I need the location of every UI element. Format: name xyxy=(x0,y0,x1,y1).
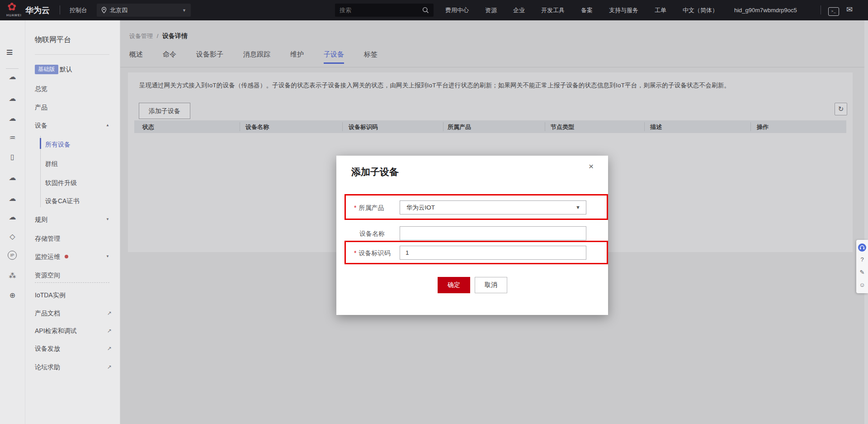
sidebar-item-firmware-upgrade[interactable]: 软固件升级 xyxy=(45,178,77,187)
cli-terminal-icon[interactable]: >_ xyxy=(828,6,839,16)
huawei-logo-icon[interactable]: ✿ xyxy=(7,1,16,13)
sidebar-item-device-ca-cert[interactable]: 设备CA证书 xyxy=(45,196,79,205)
device-icon[interactable]: ▯ xyxy=(0,152,25,161)
submenu-selected-bar xyxy=(40,138,41,149)
organization-icon[interactable]: ⁂ xyxy=(0,272,25,280)
tabs-divider xyxy=(120,67,868,67)
devices-collapse-icon[interactable]: ▲ xyxy=(106,121,109,130)
sidebar-item-resource-space[interactable]: 资源空间 xyxy=(35,271,60,280)
search-input[interactable] xyxy=(335,7,421,14)
menu-icp-filing[interactable]: 备案 xyxy=(581,0,593,20)
col-device-identifier: 设备标识码 xyxy=(349,123,378,131)
add-sub-device-button[interactable]: 添加子设备 xyxy=(139,103,190,119)
tab-device-shadow[interactable]: 设备影子 xyxy=(196,50,223,64)
menu-billing-center[interactable]: 费用中心 xyxy=(445,0,469,20)
feedback-icon[interactable]: ✎ xyxy=(856,269,868,276)
cloud-list-icon[interactable]: ☁ xyxy=(0,114,25,123)
support-icon[interactable] xyxy=(858,243,866,252)
required-mark: * xyxy=(354,249,356,257)
external-link-icon: ↗ xyxy=(107,362,112,372)
service-icon-rail: ≡ ☁ ☁ ☁ ♒ ▯ ☁ ☁ ☁ ◇ IP ⁂ ⊕ xyxy=(0,20,25,424)
topbar-divider xyxy=(60,5,60,14)
menu-resources[interactable]: 资源 xyxy=(485,0,497,20)
tab-sub-devices[interactable]: 子设备 xyxy=(324,50,344,64)
huawei-logo-caption: HUAWEI xyxy=(6,14,22,17)
monitor-expand-icon[interactable]: ▼ xyxy=(106,252,109,261)
column-separator xyxy=(545,122,545,131)
sidebar-item-api-explorer[interactable]: API检索和调试 xyxy=(35,326,77,335)
sidebar-item-product-docs[interactable]: 产品文档 xyxy=(35,309,60,318)
satisfaction-icon[interactable]: ☺ xyxy=(856,281,868,288)
console-link[interactable]: 控制台 xyxy=(70,0,87,20)
confirm-button[interactable]: 确定 xyxy=(438,277,470,293)
search-icon[interactable] xyxy=(422,7,429,15)
cloud-clock-icon[interactable]: ☁ xyxy=(0,213,25,221)
menu-ticket[interactable]: 工单 xyxy=(655,0,666,20)
sidebar-item-products[interactable]: 产品 xyxy=(35,103,47,112)
page-scrollbar[interactable] xyxy=(864,20,868,424)
tab-message-trace[interactable]: 消息跟踪 xyxy=(243,50,270,64)
help-icon[interactable]: ? xyxy=(856,256,868,263)
floating-toolbar: ? ✎ ☺ xyxy=(856,240,868,293)
sidebar-item-devices[interactable]: 设备 xyxy=(35,121,47,130)
menu-enterprise[interactable]: 企业 xyxy=(513,0,525,20)
huawei-cloud-logo-text[interactable]: 华为云 xyxy=(25,5,50,16)
sidebar-item-all-devices[interactable]: 所有设备 xyxy=(45,140,71,149)
account-id[interactable]: hid_g90m7wbmdrp9oc5 xyxy=(734,0,797,20)
region-selector[interactable]: 北京四 ▼ xyxy=(97,4,191,17)
col-product: 所属产品 xyxy=(448,123,471,131)
sidebar-dashed-divider xyxy=(35,282,109,283)
hamburger-menu-icon[interactable]: ≡ xyxy=(6,47,13,57)
cloud-server-icon[interactable]: ☁ xyxy=(0,72,25,81)
device-name-field-label: 设备名称 xyxy=(359,230,385,238)
cloud-upload-icon[interactable]: ☁ xyxy=(0,194,25,203)
product-select-value: 华为云IOT xyxy=(406,204,435,211)
breadcrumb-device-detail: 设备详情 xyxy=(162,32,188,39)
sidebar-item-storage-mgmt[interactable]: 存储管理 xyxy=(35,234,60,243)
tab-bar: 概述 命令 设备影子 消息跟踪 维护 子设备 标签 xyxy=(129,50,377,64)
close-icon[interactable]: × xyxy=(589,162,594,171)
external-link-icon: ↗ xyxy=(107,309,112,318)
sidebar-title: 物联网平台 xyxy=(35,35,71,45)
table-header-row: 状态 设备名称 设备标识码 所属产品 节点类型 描述 操作 xyxy=(134,120,846,133)
prism-icon[interactable]: ◇ xyxy=(0,232,25,241)
sidebar-item-iotda-instance[interactable]: IoTDA实例 xyxy=(35,291,66,300)
mail-icon[interactable]: ✉ xyxy=(846,5,853,14)
sidebar-item-device-provisioning[interactable]: 设备发放 xyxy=(35,344,60,353)
sidebar: 物联网平台 基础版 默认 总览 产品 设备 ▲ 所有设备 群组 软固件升级 设备… xyxy=(25,20,120,424)
chevron-down-icon: ▼ xyxy=(576,201,580,214)
menu-support-service[interactable]: 支持与服务 xyxy=(609,0,638,20)
edition-badge: 基础版 xyxy=(35,65,58,74)
column-separator xyxy=(750,122,751,131)
sidebar-item-forum-help[interactable]: 论坛求助 xyxy=(35,362,60,372)
topbar-divider-right xyxy=(821,5,821,14)
cloud-icon[interactable]: ☁ xyxy=(0,173,25,182)
product-field-label: *所属产品 xyxy=(354,204,384,212)
sidebar-item-overview[interactable]: 总览 xyxy=(35,84,47,93)
tab-tags[interactable]: 标签 xyxy=(364,50,377,64)
col-description: 描述 xyxy=(650,123,662,131)
col-status: 状态 xyxy=(142,123,154,131)
waves-icon[interactable]: ♒ xyxy=(0,133,25,142)
tab-overview[interactable]: 概述 xyxy=(129,50,143,64)
cloud-dots-icon[interactable]: ☁ xyxy=(0,94,25,103)
globe-icon[interactable]: ⊕ xyxy=(0,291,25,300)
ip-service-icon[interactable]: IP xyxy=(8,251,17,260)
refresh-button[interactable]: ↻ xyxy=(835,103,847,115)
device-identifier-input[interactable] xyxy=(400,246,586,260)
cancel-button[interactable]: 取消 xyxy=(475,277,507,293)
breadcrumb: 设备管理 / 设备详情 xyxy=(129,32,188,40)
sidebar-item-groups[interactable]: 群组 xyxy=(45,159,58,168)
product-select[interactable]: 华为云IOT ▼ xyxy=(400,200,586,214)
sidebar-item-rules[interactable]: 规则 xyxy=(35,215,47,224)
menu-language[interactable]: 中文（简体） xyxy=(683,0,718,20)
tab-maintenance[interactable]: 维护 xyxy=(290,50,304,64)
sidebar-item-monitor-ops[interactable]: 监控运维 xyxy=(35,252,60,261)
device-name-input[interactable] xyxy=(400,226,586,240)
rules-expand-icon[interactable]: ▼ xyxy=(106,215,109,224)
breadcrumb-device-mgmt[interactable]: 设备管理 xyxy=(129,33,153,39)
col-node-type: 节点类型 xyxy=(551,123,574,131)
tab-commands[interactable]: 命令 xyxy=(163,50,176,64)
location-pin-icon xyxy=(101,7,107,14)
menu-dev-tools[interactable]: 开发工具 xyxy=(541,0,565,20)
